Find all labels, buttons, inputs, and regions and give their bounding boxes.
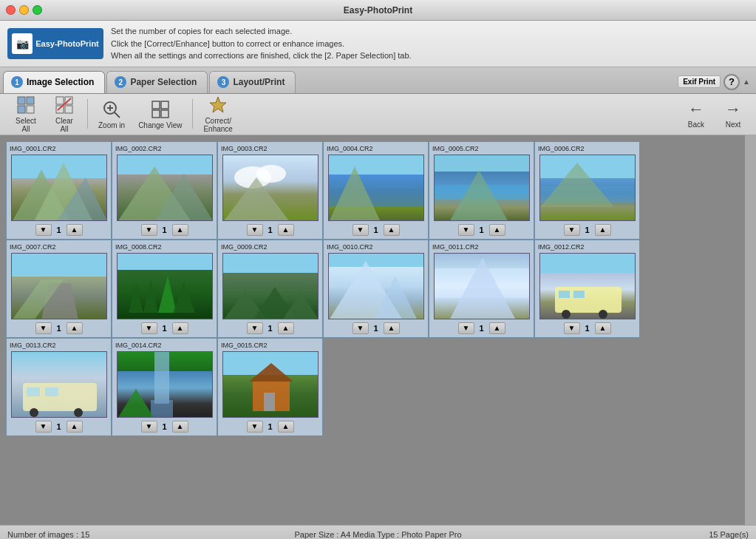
counter-val-11: 1 [476, 324, 488, 333]
tab-num-2: 2 [115, 76, 126, 88]
increment-btn-5[interactable]: ▲ [489, 224, 505, 236]
scrollbar[interactable] [744, 135, 756, 525]
decrement-btn-8[interactable]: ▼ [141, 322, 157, 334]
increment-btn-14[interactable]: ▲ [172, 421, 188, 433]
img-counter-8: ▼ 1 ▲ [141, 322, 188, 334]
increment-btn-2[interactable]: ▲ [172, 224, 188, 236]
svg-point-48 [562, 310, 571, 319]
clear-all-button[interactable]: ClearAll [46, 92, 83, 136]
minimize-button[interactable] [19, 5, 29, 15]
next-arrow-icon: → [725, 100, 741, 119]
img-thumb-3[interactable] [222, 155, 319, 221]
decrement-btn-9[interactable]: ▼ [247, 322, 263, 334]
increment-btn-9[interactable]: ▲ [278, 322, 294, 334]
decrement-btn-5[interactable]: ▼ [458, 224, 474, 236]
close-button[interactable] [6, 5, 16, 15]
select-all-button[interactable]: SelectAll [7, 92, 44, 136]
exif-print-button[interactable]: Exif Print [678, 75, 721, 88]
select-all-label: SelectAll [16, 117, 36, 133]
img-thumb-4[interactable] [328, 155, 424, 221]
change-view-button[interactable]: Change View [132, 96, 188, 132]
image-grid: IMG_0001.CR2 ▼ 1 ▲ IMG_0002.CR2 [0, 135, 744, 525]
correct-enhance-label: Correct/Enhance [203, 117, 232, 133]
img-thumb-12[interactable] [539, 253, 636, 319]
svg-rect-0 [18, 97, 25, 104]
img-thumb-15[interactable] [222, 351, 319, 418]
change-view-icon [150, 99, 171, 120]
tab-layout-print[interactable]: 3 Layout/Print [209, 71, 296, 93]
img-thumb-6[interactable] [539, 155, 636, 221]
svg-marker-25 [223, 177, 290, 221]
traffic-lights [6, 5, 42, 15]
svg-rect-55 [154, 352, 169, 404]
img-counter-3: ▼ 1 ▲ [247, 224, 294, 236]
next-label: Next [726, 121, 741, 129]
decrement-btn-13[interactable]: ▼ [35, 421, 52, 433]
image-cell-9: IMG_0009.CR2 ▼ 1 ▲ [217, 240, 323, 338]
svg-rect-50 [23, 383, 97, 411]
decrement-btn-7[interactable]: ▼ [35, 322, 52, 334]
img-thumb-10[interactable] [328, 253, 424, 319]
decrement-btn-12[interactable]: ▼ [564, 322, 580, 334]
info-line3: When all the settings and corrections ar… [111, 50, 412, 62]
increment-btn-1[interactable]: ▲ [67, 224, 83, 236]
increment-btn-8[interactable]: ▲ [172, 322, 188, 334]
svg-marker-58 [249, 363, 293, 382]
decrement-btn-6[interactable]: ▼ [564, 224, 580, 236]
img-thumb-11[interactable] [434, 253, 530, 319]
img-thumb-5[interactable] [434, 155, 530, 221]
decrement-btn-1[interactable]: ▼ [35, 224, 52, 236]
back-arrow-icon: ← [688, 100, 704, 119]
status-paper-info: Paper Size : A4 Media Type : Photo Paper… [193, 530, 564, 539]
image-cell-10: IMG_0010.CR2 ▼ 1 ▲ [323, 240, 429, 338]
svg-rect-4 [56, 97, 64, 104]
increment-btn-15[interactable]: ▲ [278, 421, 294, 433]
increment-btn-13[interactable]: ▲ [67, 421, 83, 433]
tab-paper-selection[interactable]: 2 Paper Selection [106, 71, 208, 93]
img-counter-13: ▼ 1 ▲ [35, 421, 83, 433]
img-thumb-7[interactable] [11, 253, 107, 319]
infobar: 📷 Easy-PhotoPrint Set the number of copi… [0, 21, 756, 67]
increment-btn-4[interactable]: ▲ [384, 224, 400, 236]
correct-enhance-icon [208, 95, 228, 115]
titlebar: Easy-PhotoPrint [0, 0, 756, 21]
tab-image-selection[interactable]: 1 Image Selection [3, 71, 105, 93]
decrement-btn-11[interactable]: ▼ [458, 322, 474, 334]
back-button[interactable]: ← Back [681, 97, 712, 132]
maximize-button[interactable] [33, 5, 42, 15]
img-thumb-2[interactable] [117, 155, 213, 221]
help-button[interactable]: ? [723, 74, 740, 90]
img-thumb-14[interactable] [117, 351, 213, 418]
scroll-up-icon[interactable]: ▲ [743, 78, 750, 86]
decrement-btn-10[interactable]: ▼ [353, 322, 369, 334]
decrement-btn-2[interactable]: ▼ [141, 224, 157, 236]
zoom-in-button[interactable]: Zoom in [92, 96, 131, 132]
increment-btn-3[interactable]: ▲ [278, 224, 294, 236]
img-filename-3: IMG_0003.CR2 [221, 145, 319, 152]
increment-btn-6[interactable]: ▲ [595, 224, 611, 236]
decrement-btn-4[interactable]: ▼ [353, 224, 369, 236]
clear-all-label: ClearAll [55, 117, 73, 133]
img-filename-11: IMG_0011.CR2 [432, 243, 531, 251]
svg-rect-16 [161, 110, 168, 118]
tab-label-2: Paper Selection [130, 77, 197, 87]
change-view-label: Change View [138, 121, 182, 129]
increment-btn-11[interactable]: ▲ [489, 322, 505, 334]
img-thumb-1[interactable] [11, 155, 107, 221]
correct-enhance-button[interactable]: Correct/Enhance [197, 92, 238, 136]
info-line2: Click the [Correct/Enhance] button to co… [111, 38, 412, 50]
increment-btn-12[interactable]: ▲ [595, 322, 611, 334]
img-thumb-8[interactable] [117, 253, 213, 319]
decrement-btn-14[interactable]: ▼ [141, 421, 157, 433]
img-thumb-13[interactable] [11, 351, 107, 418]
decrement-btn-3[interactable]: ▼ [247, 224, 263, 236]
img-filename-5: IMG_0005.CR2 [432, 145, 531, 152]
toolbar-separator-2 [192, 99, 193, 129]
decrement-btn-15[interactable]: ▼ [247, 421, 263, 433]
next-button[interactable]: → Next [718, 97, 749, 132]
img-filename-2: IMG_0002.CR2 [115, 145, 214, 152]
img-thumb-9[interactable] [222, 253, 319, 319]
status-pages: 15 Page(s) [563, 530, 749, 539]
increment-btn-10[interactable]: ▲ [384, 322, 400, 334]
increment-btn-7[interactable]: ▲ [67, 322, 83, 334]
